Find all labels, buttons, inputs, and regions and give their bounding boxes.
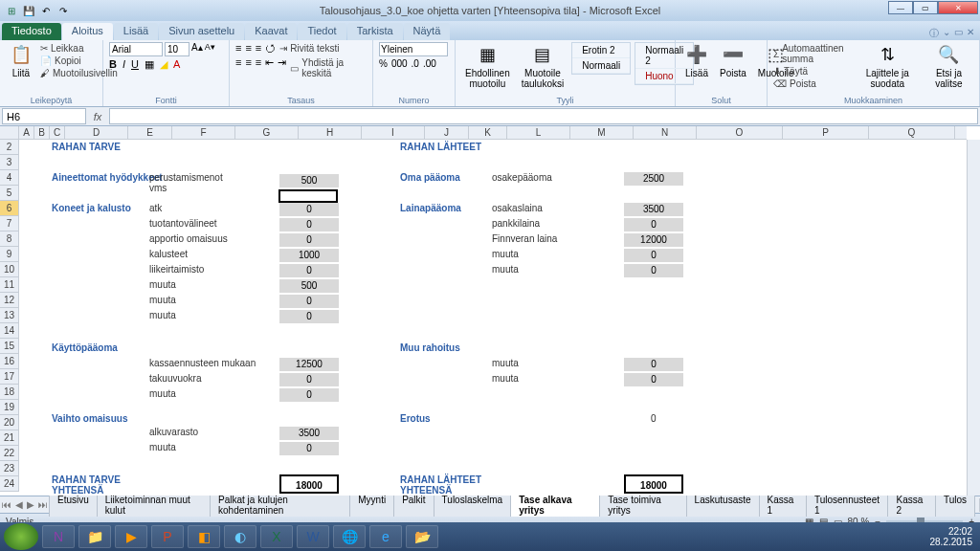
tab-file[interactable]: Tiedosto: [2, 23, 61, 40]
col-L[interactable]: L: [507, 126, 570, 139]
sheet-tab[interactable]: Palkat ja kulujen kohdentaminen: [210, 493, 350, 517]
maximize-button[interactable]: ▭: [913, 1, 938, 14]
fx-icon[interactable]: fx: [88, 107, 107, 125]
col-A[interactable]: A: [19, 126, 34, 139]
col-P[interactable]: P: [783, 126, 869, 139]
redo-icon[interactable]: ↷: [56, 3, 71, 18]
tab-insert[interactable]: Lisää: [114, 23, 158, 40]
row-7[interactable]: 7: [0, 216, 19, 231]
italic-button[interactable]: I: [122, 58, 125, 71]
font-size[interactable]: [165, 42, 189, 56]
tab-view[interactable]: Näytä: [404, 23, 451, 40]
col-O[interactable]: O: [697, 126, 783, 139]
tab-review[interactable]: Tarkista: [347, 23, 403, 40]
row-2[interactable]: 2: [0, 140, 19, 155]
tab-pagelayout[interactable]: Sivun asettelu: [159, 23, 244, 40]
taskbar-onenote[interactable]: N: [42, 525, 75, 548]
row-18[interactable]: 18: [0, 385, 19, 400]
font-name[interactable]: [109, 42, 163, 56]
autosum-button[interactable]: Σ Automaattinen summa: [773, 42, 851, 65]
sheet-nav-next[interactable]: ▶: [25, 499, 36, 510]
sheet-nav-last[interactable]: ⏭: [36, 499, 50, 510]
sheet-tab[interactable]: Laskutusaste: [686, 493, 760, 517]
tab-home[interactable]: Aloitus: [62, 23, 113, 40]
name-box[interactable]: [2, 108, 86, 124]
shrink-font-icon[interactable]: A▾: [205, 42, 215, 56]
taskbar-app2[interactable]: ◐: [224, 525, 256, 548]
tab-formulas[interactable]: Kaavat: [245, 23, 297, 40]
taskbar-excel[interactable]: X: [260, 525, 293, 548]
col-D[interactable]: D: [65, 126, 128, 139]
start-button[interactable]: [4, 523, 38, 550]
tab-data[interactable]: Tiedot: [298, 23, 345, 40]
row-6[interactable]: 6: [0, 201, 19, 216]
paste-button[interactable]: 📋Liitä: [6, 42, 36, 80]
close-button[interactable]: ✕: [938, 1, 978, 14]
sheet-tab[interactable]: Tase alkava yritys: [510, 493, 600, 517]
system-clock[interactable]: 22:0228.2.2015: [930, 526, 977, 547]
row-20[interactable]: 20: [0, 415, 19, 430]
insert-cells-button[interactable]: ➕Lisää: [681, 42, 712, 80]
row-17[interactable]: 17: [0, 369, 19, 385]
minimize-button[interactable]: —: [888, 1, 913, 14]
row-21[interactable]: 21: [0, 430, 19, 446]
taskbar-ie[interactable]: e: [369, 525, 402, 548]
col-F[interactable]: F: [172, 126, 235, 139]
col-N[interactable]: N: [634, 126, 697, 139]
sheet-tab[interactable]: Etusivu: [49, 493, 98, 517]
grow-font-icon[interactable]: A▴: [191, 42, 203, 56]
sheet-tab[interactable]: Kassa 2: [887, 493, 935, 517]
row-headers[interactable]: 23456789101112131415161718192021222324: [0, 140, 19, 492]
row-14[interactable]: 14: [0, 323, 19, 339]
align-top-icon[interactable]: ≡: [235, 42, 241, 55]
underline-button[interactable]: U: [131, 58, 139, 71]
taskbar-explorer[interactable]: 📁: [78, 525, 111, 548]
save-icon[interactable]: 💾: [21, 3, 36, 18]
formula-input[interactable]: [109, 108, 978, 124]
row-22[interactable]: 22: [0, 446, 19, 461]
taskbar-folder[interactable]: 📂: [406, 525, 438, 548]
sheet-tab[interactable]: Myynti: [349, 493, 394, 517]
active-cell[interactable]: [278, 189, 338, 203]
format-table-button[interactable]: ▤Muotoile taulukoksi: [518, 42, 568, 91]
taskbar-word[interactable]: W: [297, 525, 329, 548]
taskbar-chrome[interactable]: 🌐: [333, 525, 366, 548]
conditional-format-button[interactable]: ▦Ehdollinen muotoilu: [461, 42, 514, 91]
col-G[interactable]: G: [235, 126, 299, 139]
taskbar-mediaplayer[interactable]: ▶: [115, 525, 147, 548]
taskbar-ppt[interactable]: P: [151, 525, 184, 548]
col-I[interactable]: I: [362, 126, 425, 139]
fill-button[interactable]: ⬇ Täytä: [773, 65, 851, 77]
column-headers[interactable]: ABCDEFGHIJKLMNOPQ: [0, 126, 967, 140]
col-K[interactable]: K: [469, 126, 507, 139]
row-16[interactable]: 16: [0, 354, 19, 369]
sheet-tab[interactable]: Liiketoiminnan muut kulut: [97, 493, 211, 517]
col-H[interactable]: H: [299, 126, 362, 139]
row-23[interactable]: 23: [0, 461, 19, 476]
clear-button[interactable]: ⌫ Poista: [773, 77, 851, 90]
sheet-tab[interactable]: Tuloslaskelma: [434, 493, 512, 517]
row-8[interactable]: 8: [0, 231, 19, 247]
sheet-nav-first[interactable]: ⏮: [0, 499, 13, 510]
delete-cells-button[interactable]: ➖Poista: [716, 42, 750, 80]
sort-filter-button[interactable]: ⇅Lajittele ja suodata: [855, 42, 921, 91]
sheet-tab[interactable]: Tase toimiva yritys: [599, 493, 686, 517]
spreadsheet-grid[interactable]: ABCDEFGHIJKLMNOPQ 2345678910111213141516…: [0, 126, 980, 496]
col-Q[interactable]: Q: [869, 126, 955, 139]
col-J[interactable]: J: [425, 126, 469, 139]
row-5[interactable]: 5: [0, 186, 19, 201]
bold-button[interactable]: B: [109, 58, 117, 71]
row-13[interactable]: 13: [0, 308, 19, 323]
sheet-tab[interactable]: Palkit: [393, 493, 434, 517]
border-button[interactable]: ▦: [145, 58, 154, 71]
col-B[interactable]: B: [34, 126, 50, 139]
col-M[interactable]: M: [570, 126, 634, 139]
sheet-tab[interactable]: Tulos: [935, 493, 975, 517]
row-12[interactable]: 12: [0, 293, 19, 308]
taskbar-app1[interactable]: ◧: [188, 525, 220, 548]
row-24[interactable]: 24: [0, 476, 19, 492]
sheet-tab[interactable]: Kassa 1: [759, 493, 807, 517]
row-10[interactable]: 10: [0, 262, 19, 277]
find-button[interactable]: 🔍Etsi ja valitse: [924, 42, 973, 91]
col-C[interactable]: C: [50, 126, 65, 139]
